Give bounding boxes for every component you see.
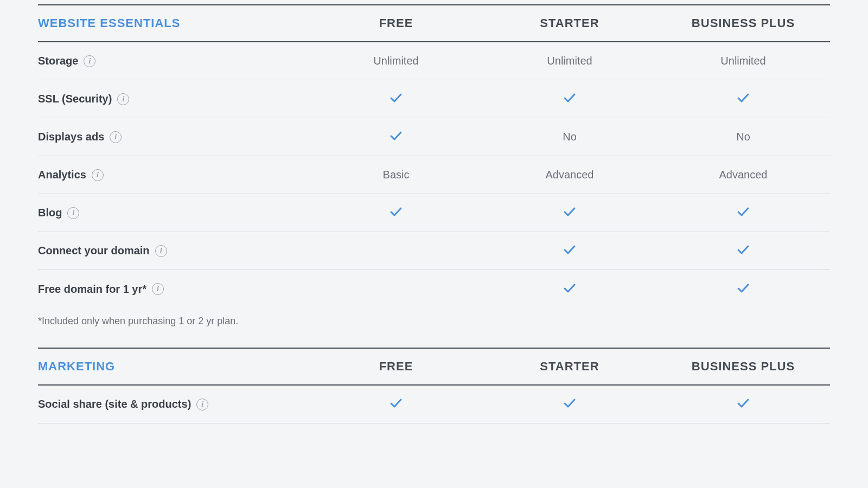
feature-cell: [483, 92, 656, 106]
check-icon: [390, 399, 403, 410]
feature-label-cell: Analyticsi: [38, 169, 309, 181]
feature-cell: Advanced: [483, 169, 656, 181]
feature-cell: [656, 206, 830, 220]
check-icon: [390, 207, 403, 219]
feature-row: Social share (site & products)i: [38, 386, 830, 423]
section-footnote: *Included only when purchasing 1 or 2 yr…: [38, 308, 830, 343]
feature-label: SSL (Security): [38, 93, 112, 105]
feature-cell-text: Unlimited: [547, 55, 592, 67]
feature-label: Free domain for 1 yr*: [38, 283, 146, 296]
feature-row: Free domain for 1 yr*i: [38, 270, 830, 308]
feature-cell: [309, 92, 483, 106]
feature-label-cell: Free domain for 1 yr*i: [38, 283, 309, 296]
check-icon: [737, 399, 750, 410]
check-icon: [563, 399, 576, 410]
feature-cell: [656, 282, 830, 296]
feature-row: Connect your domaini: [38, 232, 830, 270]
section-header: WEBSITE ESSENTIALSFREESTARTERBUSINESS PL…: [38, 4, 830, 42]
feature-cell: [483, 206, 656, 220]
section-title: MARKETING: [38, 359, 309, 374]
check-icon: [563, 284, 576, 296]
column-header: STARTER: [483, 16, 656, 30]
info-icon[interactable]: i: [92, 169, 104, 181]
feature-cell: [656, 92, 830, 106]
feature-cell: [309, 397, 483, 411]
section-title: WEBSITE ESSENTIALS: [38, 16, 309, 30]
feature-cell-text: Advanced: [546, 169, 594, 181]
feature-cell: [483, 397, 656, 411]
feature-cell: Unlimited: [483, 55, 656, 67]
info-icon[interactable]: i: [152, 283, 164, 295]
feature-label: Storage: [38, 55, 78, 67]
feature-label-cell: Social share (site & products)i: [38, 398, 309, 410]
feature-cell: [483, 244, 656, 258]
feature-label: Analytics: [38, 169, 86, 181]
check-icon: [390, 93, 403, 105]
feature-label: Social share (site & products): [38, 398, 191, 410]
section-header: MARKETINGFREESTARTERBUSINESS PLUS: [38, 348, 830, 386]
feature-cell: [309, 130, 483, 144]
pricing-section: WEBSITE ESSENTIALSFREESTARTERBUSINESS PL…: [38, 4, 830, 343]
column-header: BUSINESS PLUS: [656, 359, 830, 374]
info-icon[interactable]: i: [110, 131, 122, 143]
feature-row: StorageiUnlimitedUnlimitedUnlimited: [38, 42, 830, 80]
check-icon: [737, 93, 750, 105]
feature-label: Connect your domain: [38, 245, 150, 257]
feature-cell-text: No: [736, 131, 750, 143]
check-icon: [563, 245, 576, 257]
feature-label-cell: Storagei: [38, 55, 309, 67]
info-icon[interactable]: i: [155, 245, 167, 257]
feature-cell-text: No: [563, 131, 577, 143]
column-header: BUSINESS PLUS: [656, 16, 830, 30]
feature-cell-text: Advanced: [719, 169, 768, 181]
feature-cell: [483, 282, 656, 296]
feature-cell: Unlimited: [656, 55, 830, 67]
feature-cell: No: [483, 131, 656, 143]
info-icon[interactable]: i: [117, 93, 129, 105]
info-icon[interactable]: i: [67, 207, 79, 219]
info-icon[interactable]: i: [196, 399, 208, 410]
feature-cell-text: Unlimited: [373, 55, 418, 67]
check-icon: [390, 131, 403, 143]
feature-cell: Unlimited: [309, 55, 483, 67]
feature-label-cell: Connect your domaini: [38, 245, 309, 257]
feature-cell: [656, 244, 830, 258]
column-header: FREE: [309, 359, 483, 374]
check-icon: [563, 93, 576, 105]
column-header: FREE: [309, 16, 483, 30]
feature-cell: No: [656, 131, 830, 143]
feature-label: Displays ads: [38, 131, 104, 143]
feature-cell-text: Basic: [383, 169, 410, 181]
check-icon: [737, 284, 750, 296]
column-header: STARTER: [483, 359, 656, 374]
feature-row: Blogi: [38, 194, 830, 232]
feature-label-cell: SSL (Security)i: [38, 93, 309, 105]
feature-row: SSL (Security)i: [38, 80, 830, 118]
feature-cell: [309, 206, 483, 220]
feature-label-cell: Displays adsi: [38, 131, 309, 143]
feature-cell: Basic: [309, 169, 483, 181]
feature-cell: Advanced: [656, 169, 830, 181]
check-icon: [563, 207, 576, 219]
feature-row: AnalyticsiBasicAdvancedAdvanced: [38, 156, 830, 194]
check-icon: [737, 245, 750, 257]
feature-cell: [656, 397, 830, 411]
feature-label: Blog: [38, 207, 62, 219]
feature-row: Displays adsiNoNo: [38, 118, 830, 156]
feature-cell-text: Unlimited: [720, 55, 765, 67]
feature-label-cell: Blogi: [38, 207, 309, 219]
pricing-section: MARKETINGFREESTARTERBUSINESS PLUSSocial …: [38, 348, 830, 423]
check-icon: [737, 207, 750, 219]
info-icon[interactable]: i: [84, 55, 95, 67]
